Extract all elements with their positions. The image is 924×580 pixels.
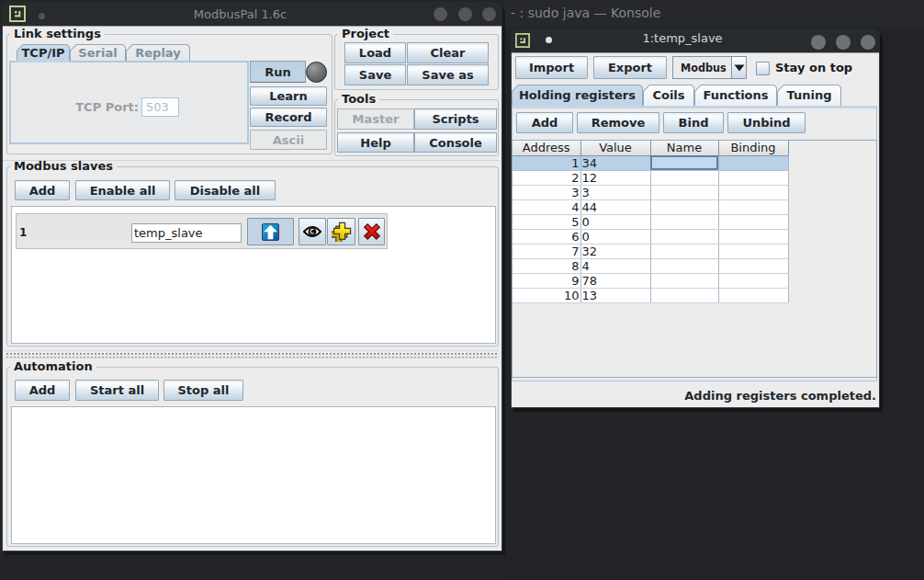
load-button[interactable]: Load (344, 42, 406, 63)
column-header-binding[interactable]: Binding (718, 141, 788, 155)
cell-binding[interactable] (718, 258, 788, 273)
cell-name[interactable] (650, 244, 718, 258)
automation-add-button[interactable]: Add (15, 380, 70, 401)
tab-serial[interactable]: Serial (70, 44, 126, 61)
dialog-close-button[interactable] (861, 35, 875, 50)
record-button[interactable]: Record (250, 108, 327, 127)
cell-value[interactable]: 4 (580, 258, 650, 273)
cell-binding[interactable] (718, 155, 788, 170)
cell-address[interactable]: 10 (513, 288, 580, 302)
register-bind-button[interactable]: Bind (663, 112, 724, 133)
cell-address[interactable]: 4 (513, 199, 580, 214)
enable-all-button[interactable]: Enable all (75, 180, 170, 200)
column-header-name[interactable]: Name (650, 141, 718, 155)
cell-binding[interactable] (718, 185, 788, 199)
tab-holding-registers[interactable]: Holding registers (512, 85, 643, 106)
cell-address[interactable]: 7 (513, 244, 580, 258)
cell-name[interactable] (650, 185, 718, 199)
tab-replay[interactable]: Replay (126, 44, 190, 61)
slave-dialog-titlebar[interactable]: 1:temp_slave (511, 28, 880, 52)
cell-value[interactable]: 3 (580, 185, 650, 199)
ascii-button[interactable]: Ascii (250, 130, 327, 150)
cell-name[interactable] (650, 229, 718, 244)
column-header-value[interactable]: Value (580, 141, 650, 155)
run-button[interactable]: Run (250, 61, 306, 83)
cell-address[interactable]: 5 (513, 214, 580, 229)
master-button[interactable]: Master (337, 108, 414, 130)
cell-address[interactable]: 1 (513, 155, 580, 170)
cell-name[interactable] (650, 288, 718, 302)
cell-value[interactable]: 12 (580, 170, 650, 185)
slave-delete-button[interactable] (358, 218, 385, 245)
cell-value[interactable]: 32 (580, 244, 650, 258)
register-remove-button[interactable]: Remove (577, 112, 659, 133)
register-row[interactable]: 212 (513, 170, 788, 185)
slave-duplicate-button[interactable] (327, 218, 355, 245)
slave-view-button[interactable] (299, 218, 326, 245)
konsole-titlebar[interactable]: - : sudo java — Konsole (503, 0, 924, 28)
registers-scrollpane[interactable]: AddressValueNameBinding 1342123344450607… (512, 140, 877, 378)
cell-binding[interactable] (718, 170, 788, 185)
register-row[interactable]: 60 (513, 229, 788, 244)
combo-dropdown-button[interactable] (731, 57, 746, 78)
cell-address[interactable]: 8 (513, 258, 580, 273)
import-button[interactable]: Import (515, 56, 588, 79)
cell-binding[interactable] (718, 214, 788, 229)
cell-binding[interactable] (718, 199, 788, 214)
register-row[interactable]: 50 (513, 214, 788, 229)
cell-name[interactable] (650, 155, 718, 170)
save-as-button[interactable]: Save as (407, 64, 489, 85)
scripts-button[interactable]: Scripts (414, 108, 497, 130)
cell-binding[interactable] (718, 229, 788, 244)
register-row[interactable]: 134 (513, 155, 788, 170)
cell-binding[interactable] (718, 288, 788, 302)
tab-tcpip[interactable]: TCP/IP (17, 44, 70, 61)
maximize-button[interactable] (458, 7, 472, 21)
cell-address[interactable]: 3 (513, 185, 580, 199)
cell-address[interactable]: 6 (513, 229, 580, 244)
dialog-maximize-button[interactable] (836, 35, 851, 50)
register-row[interactable]: 33 (513, 185, 788, 199)
cell-value[interactable]: 44 (580, 199, 650, 214)
cell-binding[interactable] (718, 244, 788, 258)
slave-enabled-toggle-button[interactable] (247, 218, 294, 245)
register-row[interactable]: 444 (513, 199, 788, 214)
cell-binding[interactable] (718, 273, 788, 288)
register-row[interactable]: 1013 (513, 288, 788, 302)
register-row[interactable]: 732 (513, 244, 788, 258)
cell-value[interactable]: 13 (580, 288, 650, 302)
register-unbind-button[interactable]: Unbind (727, 112, 806, 133)
cell-name[interactable] (650, 170, 718, 185)
cell-name[interactable] (650, 199, 718, 214)
tcp-port-field[interactable]: 503 (141, 97, 179, 117)
cell-value[interactable]: 0 (580, 214, 650, 229)
disable-all-button[interactable]: Disable all (175, 180, 276, 200)
tab-functions[interactable]: Functions (694, 85, 777, 106)
export-button[interactable]: Export (593, 56, 667, 79)
cell-name[interactable] (650, 273, 718, 288)
cell-value[interactable]: 0 (580, 229, 650, 244)
help-button[interactable]: Help (337, 132, 414, 153)
start-all-button[interactable]: Start all (75, 380, 159, 401)
learn-button[interactable]: Learn (250, 86, 327, 106)
stay-on-top-checkbox[interactable] (756, 62, 770, 75)
modbus-mode-combobox[interactable]: Modbus (672, 56, 747, 79)
tab-tuning[interactable]: Tuning (777, 85, 841, 106)
minimize-button[interactable] (434, 7, 447, 21)
slave-add-button[interactable]: Add (15, 180, 70, 200)
register-add-button[interactable]: Add (516, 112, 573, 133)
register-row[interactable]: 978 (513, 273, 788, 288)
stop-all-button[interactable]: Stop all (163, 380, 243, 401)
splitpane-divider[interactable] (5, 350, 499, 358)
save-button[interactable]: Save (344, 64, 406, 85)
column-header-address[interactable]: Address (513, 141, 580, 155)
close-button[interactable] (482, 7, 496, 21)
modbuspal-titlebar[interactable]: ModbusPal 1.6c (2, 2, 502, 26)
slave-name-field[interactable]: temp_slave (131, 223, 242, 243)
cell-value[interactable]: 34 (580, 155, 650, 170)
cell-name[interactable] (650, 214, 718, 229)
cell-address[interactable]: 9 (513, 273, 580, 288)
cell-address[interactable]: 2 (513, 170, 580, 185)
clear-button[interactable]: Clear (407, 42, 489, 63)
cell-name[interactable] (650, 258, 718, 273)
